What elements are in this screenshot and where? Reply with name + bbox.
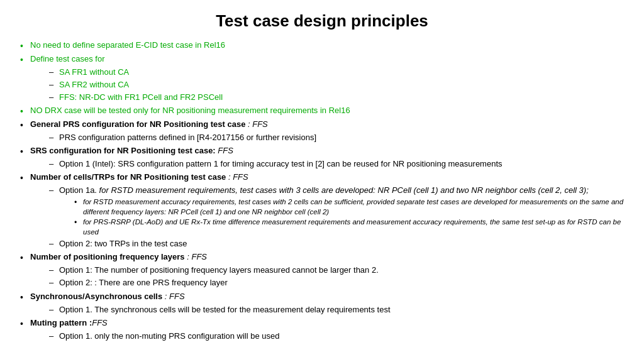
dash-list-item5: Option 1 (Intel): SRS configuration patt…: [30, 158, 625, 170]
item-bold-item9: Muting pattern :: [30, 318, 92, 327]
dash-item-item6-1: Option 2: two TRPs in the test case: [48, 238, 625, 250]
dash-list-item9: Option 1. only the non-muting PRS config…: [30, 331, 625, 342]
dash-list-item2: SA FR1 without CASA FR2 without CAFFS: N…: [30, 67, 625, 104]
main-list: No need to define separated E-CID test c…: [19, 40, 625, 342]
dash-item-item6-0: Option 1a. for RSTD measurement requirem…: [48, 185, 625, 237]
dash-list-item6: Option 1a. for RSTD measurement requirem…: [30, 185, 625, 250]
item-bold-item5: SRS configuration for NR Positioning tes…: [30, 146, 216, 155]
item-italic-item5: FFS: [216, 146, 233, 155]
page-title: Test case design principles: [19, 11, 625, 31]
item-italic-item4: : FFS: [245, 119, 267, 129]
list-item-item5: SRS configuration for NR Positioning tes…: [19, 145, 625, 170]
dash-item-item9-0: Option 1. only the non-muting PRS config…: [48, 331, 625, 342]
list-item-item6: Number of cells/TRPs for NR Positioning …: [19, 172, 625, 250]
list-item-item7: Number of positioning frequency layers :…: [19, 251, 625, 288]
dash-item-item2-1: SA FR2 without CA: [48, 79, 625, 90]
item-italic-item6: : FFS: [226, 172, 248, 182]
dash-list-item8: Option 1. The synchronous cells will be …: [30, 304, 625, 315]
dash-item-item4-0: PRS configuration patterns defined in [R…: [48, 132, 625, 143]
list-item-item3: NO DRX case will be tested only for NR p…: [19, 105, 625, 117]
item-bold-item4: General PRS configuration for NR Positio…: [30, 119, 245, 129]
item-text-item2: Define test cases for: [30, 54, 105, 63]
bullet-item-item6-0-1: for PRS-RSRP (DL-AoD) and UE Rx-Tx time …: [73, 217, 625, 237]
item-italic-item7: : FFS: [185, 252, 207, 261]
dash-item-item8-0: Option 1. The synchronous cells will be …: [48, 304, 625, 315]
list-item-item2: Define test cases forSA FR1 without CASA…: [19, 53, 625, 103]
item-bold-item6: Number of cells/TRPs for NR Positioning …: [30, 172, 226, 182]
dash-item-item2-2: FFS: NR-DC with FR1 PCell and FR2 PSCell: [48, 92, 625, 103]
dash-item-item7-0: Option 1: The number of positioning freq…: [48, 265, 625, 276]
dash-item-item2-0: SA FR1 without CA: [48, 67, 625, 78]
dash-item-item5-0: Option 1 (Intel): SRS configuration patt…: [48, 158, 625, 170]
list-item-item8: Synchronous/Asynchronous cells : FFSOpti…: [19, 291, 625, 315]
item-italic-item9: FFS: [92, 318, 108, 327]
item-bold-item8: Synchronous/Asynchronous cells: [30, 292, 162, 301]
list-item-item1: No need to define separated E-CID test c…: [19, 40, 625, 52]
list-item-item4: General PRS configuration for NR Positio…: [19, 119, 625, 143]
dash-list-item4: PRS configuration patterns defined in [R…: [30, 132, 625, 143]
dash-item-item7-1: Option 2: : There are one PRS frequency …: [48, 277, 625, 288]
bullet-item-item6-0-0: for RSTD measurement accuracy requiremen…: [73, 197, 625, 217]
dash-list-item7: Option 1: The number of positioning freq…: [30, 265, 625, 288]
list-item-item9: Muting pattern :FFSOption 1. only the no…: [19, 317, 625, 342]
item-text-item1: No need to define separated E-CID test c…: [30, 40, 225, 50]
item-text-item3: NO DRX case will be tested only for NR p…: [30, 106, 350, 115]
item-bold-item7: Number of positioning frequency layers: [30, 252, 185, 261]
item-italic-item8: : FFS: [162, 292, 184, 301]
